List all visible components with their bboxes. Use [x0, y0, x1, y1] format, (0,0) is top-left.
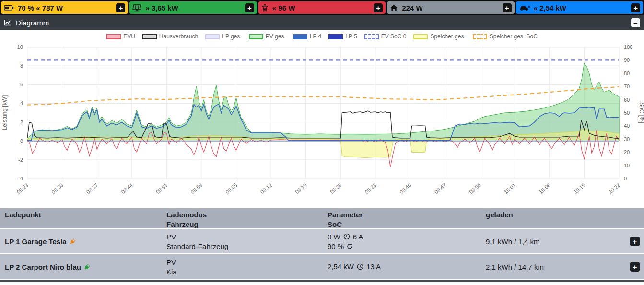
header-parameter-soc: Parameter SoC — [323, 208, 481, 228]
svg-text:50: 50 — [624, 110, 630, 116]
svg-text:10:22: 10:22 — [607, 182, 621, 195]
svg-text:4: 4 — [20, 100, 23, 106]
lp1-current: 6 A — [353, 232, 363, 241]
legend-label: Hausverbrauch — [159, 33, 198, 40]
svg-text:08:51: 08:51 — [155, 182, 169, 195]
diagram-section-title: Diagramm — [16, 19, 49, 27]
power-soc-chart: 1086420-2-4100908070605040302010008:2308… — [0, 41, 644, 206]
lp1-expand-button[interactable]: + — [630, 237, 640, 246]
svg-text:40: 40 — [624, 123, 630, 129]
legend-label: LP ges. — [222, 33, 241, 40]
svg-text:09:33: 09:33 — [363, 182, 377, 195]
svg-text:-2: -2 — [18, 157, 23, 163]
plug-icon — [68, 237, 77, 246]
lp1-name-cell: LP 1 Garage Tesla — [0, 229, 162, 253]
chargepoint-row-lp2: LP 2 Carport Niro blau PV Kia 2,54 kW 13… — [0, 254, 644, 280]
status-box-chargepoints: « 2,54 kW + — [516, 1, 643, 14]
legend-label: EVU — [123, 33, 135, 40]
legend-label: Speicher ges. — [430, 33, 465, 40]
grid-status-text: « 96 W — [272, 4, 370, 12]
svg-text:8: 8 — [20, 63, 23, 69]
chargepoint-table: Ladepunkt Lademodus Fahrzeug Parameter S… — [0, 208, 644, 280]
battery-expand-button[interactable]: + — [116, 3, 125, 12]
chart-legend: EVUHausverbrauchLP ges.PV ges.LP 4LP 5EV… — [0, 30, 644, 41]
legend-item-lp-ges-[interactable]: LP ges. — [205, 33, 241, 40]
refresh-icon[interactable] — [347, 243, 353, 249]
chargepoints-expand-button[interactable]: + — [631, 3, 640, 12]
legend-swatch — [473, 34, 487, 39]
house-icon — [390, 4, 398, 12]
legend-swatch — [249, 34, 263, 39]
svg-text:08:44: 08:44 — [120, 182, 134, 195]
lp1-power: 0 W — [328, 232, 340, 241]
pv-expand-button[interactable]: + — [245, 3, 254, 12]
svg-text:09:40: 09:40 — [398, 182, 412, 195]
svg-text:10: 10 — [17, 44, 23, 50]
chargepoints-status-text: « 2,54 kW — [534, 4, 627, 12]
svg-text:09:05: 09:05 — [224, 182, 238, 195]
legend-item-speicher-ges-[interactable]: Speicher ges. — [413, 33, 465, 40]
diagram-section-header: Diagramm − — [0, 15, 644, 30]
car-charging-icon — [519, 4, 530, 12]
legend-item-hausverbrauch[interactable]: Hausverbrauch — [142, 33, 198, 40]
pylon-icon — [261, 4, 269, 12]
legend-label: EV SoC 0 — [381, 33, 407, 40]
svg-text:6: 6 — [20, 82, 23, 87]
pv-status-text: » 3,65 kW — [145, 4, 241, 12]
svg-text:30: 30 — [624, 136, 630, 142]
lp2-vehicle: Kia — [166, 267, 318, 276]
lp2-charged: 2,1 kWh / 14,7 km — [486, 262, 618, 272]
chargepoint-row-lp1: LP 1 Garage Tesla PV Standard-Fahrzeug 0… — [0, 229, 644, 254]
svg-text:100: 100 — [624, 44, 632, 50]
legend-item-lp-4[interactable]: LP 4 — [293, 33, 321, 40]
grid-expand-button[interactable]: + — [374, 3, 383, 12]
legend-item-evu[interactable]: EVU — [106, 33, 135, 40]
svg-text:09:12: 09:12 — [259, 182, 273, 195]
clock-icon — [357, 263, 363, 270]
battery-icon — [4, 4, 14, 12]
legend-swatch — [328, 34, 343, 39]
svg-text:09:19: 09:19 — [294, 182, 308, 195]
svg-text:80: 80 — [624, 71, 630, 76]
header-ladepunkt: Ladepunkt — [0, 208, 162, 228]
lp1-vehicle: Standard-Fahrzeug — [166, 242, 318, 251]
lp2-current: 13 A — [366, 262, 381, 271]
status-box-pv: » 3,65 kW + — [129, 1, 257, 14]
lp2-power: 2,54 kW — [328, 262, 354, 271]
status-bar: 70 % « 787 W + » 3,65 kW + « 96 W + 224 … — [0, 0, 644, 15]
legend-swatch — [205, 34, 220, 39]
svg-text:08:23: 08:23 — [15, 182, 29, 195]
diagram-collapse-button[interactable]: − — [631, 18, 640, 27]
svg-text:08:30: 08:30 — [50, 182, 64, 195]
status-box-battery: 70 % « 787 W + — [1, 1, 128, 14]
svg-text:08:58: 08:58 — [189, 182, 203, 195]
svg-text:10:01: 10:01 — [503, 182, 517, 195]
battery-status-text: 70 % « 787 W — [18, 4, 112, 12]
svg-text:10:15: 10:15 — [573, 182, 586, 195]
lp2-mode-cell: PV Kia — [162, 254, 323, 279]
house-expand-button[interactable]: + — [503, 3, 512, 12]
svg-text:SoC [%]: SoC [%] — [638, 102, 644, 123]
legend-item-speicher-ges-soc[interactable]: Speicher ges. SoC — [473, 33, 538, 40]
svg-text:10:08: 10:08 — [538, 182, 551, 195]
house-status-text: 224 W — [402, 4, 498, 12]
header-lademodus-fahrzeug: Lademodus Fahrzeug — [162, 208, 323, 228]
legend-label: Speicher ges. SoC — [490, 33, 538, 40]
legend-label: PV ges. — [266, 33, 286, 40]
status-box-grid: « 96 W + — [258, 1, 386, 14]
svg-text:09:54: 09:54 — [468, 182, 482, 195]
legend-item-ev-soc-0[interactable]: EV SoC 0 — [364, 33, 407, 40]
lp1-mode-cell: PV Standard-Fahrzeug — [162, 229, 323, 253]
openwb-dashboard: 70 % « 787 W + » 3,65 kW + « 96 W + 224 … — [0, 0, 644, 282]
svg-text:0: 0 — [624, 176, 627, 181]
lp2-expand-button[interactable]: + — [630, 262, 640, 272]
lp2-name-cell: LP 2 Carport Niro blau — [0, 254, 162, 279]
svg-text:0: 0 — [20, 138, 23, 144]
legend-item-pv-ges-[interactable]: PV ges. — [249, 33, 286, 40]
solar-panel-icon — [132, 4, 141, 12]
header-geladen: geladen — [481, 208, 622, 228]
svg-text:20: 20 — [624, 149, 630, 155]
lp1-soc: 90 % — [328, 242, 344, 251]
svg-text:10: 10 — [624, 163, 630, 168]
legend-item-lp-5[interactable]: LP 5 — [328, 33, 357, 40]
